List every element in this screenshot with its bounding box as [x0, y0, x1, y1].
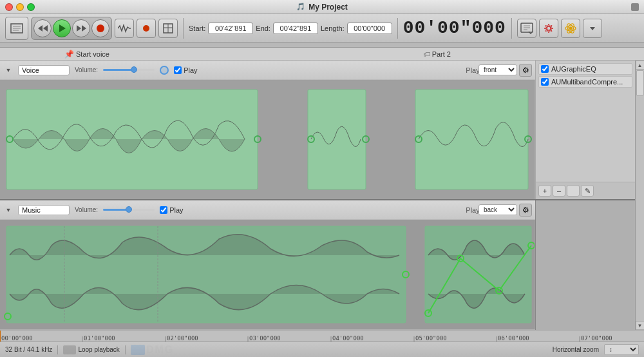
music-volume-slider[interactable]: [103, 209, 155, 211]
length-time-input[interactable]: [347, 23, 392, 34]
voice-volume-icon: [160, 66, 169, 75]
vertical-scrollbar[interactable]: ▲ ▼: [635, 61, 644, 330]
add-plugin-button[interactable]: +: [538, 185, 551, 197]
loop-icon: [63, 345, 76, 354]
music-playback-select[interactable]: front back stereo: [478, 204, 517, 215]
status-right: Horizontal zoom ↕ 25% 50% 100%: [553, 344, 639, 355]
music-play-label: Play: [169, 206, 183, 214]
voice-track-row: ▼ Volume: Play Playback: fr: [0, 61, 635, 200]
toolbar-separator-1: [183, 18, 184, 39]
separator-plugin-button: [567, 185, 580, 197]
part2-marker: 🏷 Part 2: [423, 50, 451, 58]
app-title: My Project: [308, 3, 348, 12]
watermark-area: DMG: [131, 344, 174, 356]
remove-plugin-button[interactable]: –: [553, 185, 565, 197]
plugins-list: AUGraphicEQ AUMultibandCompre...: [536, 61, 635, 182]
record-button[interactable]: [91, 19, 109, 37]
music-play-checkbox[interactable]: Play: [160, 206, 183, 214]
plugin-aumultiband-checkbox[interactable]: [541, 78, 549, 86]
horizontal-scrollbar-top[interactable]: [0, 43, 644, 48]
voice-collapse-button[interactable]: ▼: [4, 66, 13, 75]
transport-controls: [31, 17, 112, 40]
svg-point-11: [547, 26, 551, 30]
waveform-button[interactable]: [115, 19, 134, 38]
voice-track-header: ▼ Volume: Play Playback: fr: [0, 61, 535, 80]
music-collapse-button[interactable]: ▼: [4, 206, 13, 215]
play-button[interactable]: [53, 19, 71, 37]
music-volume-label: Volume:: [75, 206, 98, 213]
start-time-input[interactable]: [208, 23, 253, 34]
export-button[interactable]: [517, 19, 536, 38]
timeline-svg: 00'00"000 01'00"000 02'00"000 03'00"000 …: [0, 330, 634, 342]
voice-play-checkbox[interactable]: Play: [174, 66, 197, 74]
atom-button[interactable]: [561, 19, 580, 38]
tools-button[interactable]: [158, 19, 178, 38]
scroll-up-button[interactable]: ▲: [636, 61, 645, 70]
svg-point-12: [569, 26, 572, 30]
more-button[interactable]: [583, 19, 602, 38]
toolbar-separator-2: [397, 18, 398, 39]
voice-track-content: [0, 80, 535, 199]
svg-rect-33: [425, 226, 531, 323]
scroll-thumb[interactable]: [636, 70, 644, 96]
app-icon: 🎵: [296, 3, 305, 11]
music-track: ▼ Volume: Play Playback: front: [0, 200, 535, 330]
toolbar-separator-3: [511, 18, 512, 39]
stop-button[interactable]: [137, 19, 156, 38]
title-bar: 🎵 My Project: [0, 0, 644, 14]
loop-playback-label[interactable]: Loop playback: [78, 346, 120, 353]
voice-waveform-area: [0, 80, 535, 199]
music-track-name[interactable]: [18, 205, 70, 215]
plugin-item-augraphiceq[interactable]: AUGraphicEQ: [538, 63, 632, 75]
svg-text:00'00"000: 00'00"000: [1, 335, 33, 342]
zoom-select[interactable]: ↕ 25% 50% 100%: [604, 344, 639, 355]
voice-volume-slider[interactable]: [103, 69, 155, 71]
bit-rate-label: 32 Bit / 44.1 kHz: [5, 346, 52, 353]
rewind-button[interactable]: [33, 19, 52, 37]
length-label: Length:: [321, 24, 345, 32]
voice-volume-label: Volume:: [75, 66, 98, 73]
svg-text:03'00"000: 03'00"000: [249, 335, 281, 342]
close-button[interactable]: [5, 3, 13, 11]
plugins-toolbar: + – ✎: [536, 182, 635, 199]
resize-handle[interactable]: [631, 3, 639, 11]
start-voice-label-text: Start voice: [76, 50, 109, 58]
music-track-row: ▼ Volume: Play Playback: front: [0, 200, 635, 330]
tracks-area: ▼ Volume: Play Playback: fr: [0, 61, 644, 330]
music-play-check[interactable]: [160, 206, 167, 214]
pin-icon: 📌: [64, 50, 74, 59]
maximize-button[interactable]: [27, 3, 35, 11]
start-voice-marker: 📌 Start voice: [64, 50, 109, 59]
voice-playback-select[interactable]: front back stereo: [478, 64, 517, 75]
svg-rect-21: [308, 90, 366, 189]
voice-gear-button[interactable]: ⚙: [519, 64, 532, 77]
minimize-button[interactable]: [16, 3, 24, 11]
svg-text:06'00"000: 06'00"000: [498, 335, 529, 342]
edit-plugin-button[interactable]: ✎: [581, 185, 594, 197]
loop-playback-area: Loop playback: [63, 345, 120, 354]
fast-forward-button[interactable]: [72, 19, 90, 37]
status-separator-1: [57, 345, 58, 354]
tracks-scroll: ▼ Volume: Play Playback: fr: [0, 61, 635, 330]
watermark-text: DMG: [146, 344, 174, 356]
new-project-button[interactable]: [5, 17, 28, 40]
music-track-content: [0, 220, 535, 329]
start-time-field: Start:: [189, 23, 253, 34]
settings-button[interactable]: [539, 19, 558, 38]
plugin-augraphiceq-label: AUGraphicEQ: [551, 65, 596, 73]
voice-play-check[interactable]: [174, 66, 182, 74]
voice-track-name[interactable]: [18, 65, 70, 75]
svg-rect-24: [415, 90, 528, 189]
music-track-header: ▼ Volume: Play Playback: front: [0, 200, 535, 220]
plugin-aumultiband-label: AUMultibandCompre...: [551, 78, 623, 86]
plugin-augraphiceq-checkbox[interactable]: [541, 65, 549, 73]
voice-track: ▼ Volume: Play Playback: fr: [0, 61, 535, 199]
start-label: Start:: [189, 24, 205, 32]
part2-label-text: Part 2: [432, 50, 451, 58]
end-time-input[interactable]: [273, 23, 318, 34]
scroll-down-button[interactable]: ▼: [636, 321, 645, 330]
plugin-item-aumultiband[interactable]: AUMultibandCompre...: [538, 76, 632, 88]
music-gear-button[interactable]: ⚙: [519, 204, 532, 217]
voice-play-label: Play: [184, 66, 197, 74]
end-label: End:: [256, 24, 270, 32]
